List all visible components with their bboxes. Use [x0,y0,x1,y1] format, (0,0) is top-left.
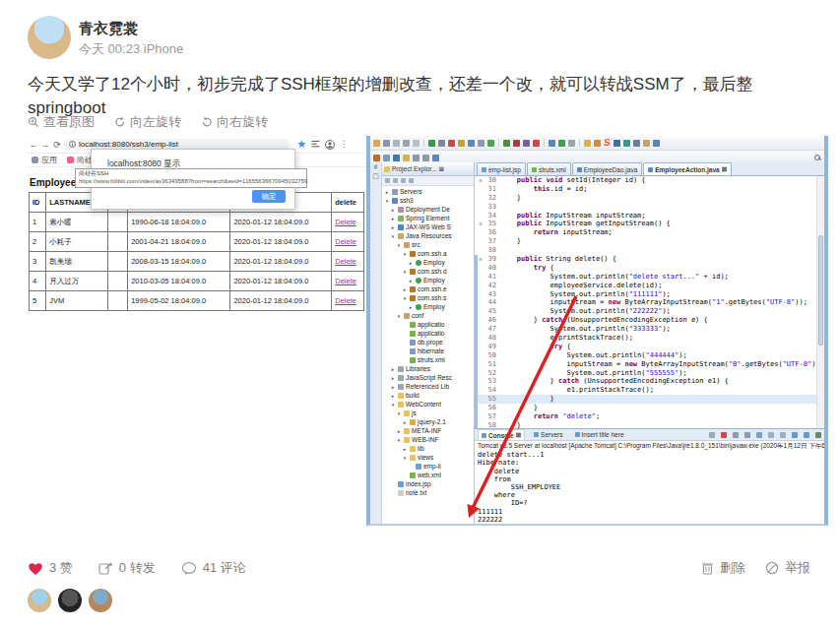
like-button[interactable]: 3 赞 [28,559,73,577]
tree-expander-icon[interactable]: ▸ [390,207,396,213]
next-annotation-icon[interactable] [413,155,420,161]
tree-expander-icon[interactable]: ▾ [402,295,408,301]
bookmark-item[interactable]: 应用 [32,155,57,165]
terminate-icon[interactable] [721,432,727,438]
prev-annotation-icon[interactable] [422,155,429,161]
save-icon[interactable] [383,140,390,147]
tree-expander-icon[interactable]: ▾ [396,313,402,319]
delete-row-link[interactable]: Delete [335,277,356,285]
coverage-icon[interactable] [513,140,520,147]
editor-tab-employeedao-java[interactable]: EmployeeDao.java [572,162,643,175]
link-editor-icon[interactable] [393,178,398,183]
reading-list-icon[interactable] [311,140,320,149]
tree-expander-icon[interactable]: ▾ [390,233,396,239]
tree-item-jax-ws-web-s[interactable]: ▸JAX-WS Web S [382,222,474,231]
tree-expander-icon[interactable]: ▸ [390,393,396,399]
tree-item-employ[interactable]: ▸Employ [382,276,474,284]
delete-row-link[interactable]: Delete [335,257,356,266]
code-line[interactable]: 46 } catch (UnsupportedEncodingException… [475,316,824,325]
author-avatar[interactable] [28,16,71,59]
tree-expander-icon[interactable]: ▾ [402,269,408,275]
code-line[interactable]: 45 System.out.println("222222"); [475,307,824,316]
word-wrap-icon[interactable] [780,432,786,438]
new-java-project-icon[interactable] [549,140,555,147]
tree-item-meta-inf[interactable]: ▸META-INF [382,426,474,435]
tree-item-employ[interactable]: ▸Employ [382,302,474,311]
tree-expander-icon[interactable]: ▾ [396,242,402,248]
stop-icon[interactable] [448,140,455,147]
new-class-icon[interactable] [558,140,565,147]
profile-icon[interactable] [325,140,335,150]
tree-item-employ[interactable]: ▸Employ [382,258,474,267]
view-original-button[interactable]: 查看原图 [28,113,95,131]
search-icon[interactable] [814,155,821,161]
chrome-menu-icon[interactable]: ⋮ [340,140,348,149]
tree-item-emp-li[interactable]: emp-li [382,462,474,471]
code-editor[interactable]: ⊕30 public void setId(Integer id) {31 th… [475,176,824,428]
filter-icon[interactable] [401,178,406,183]
dialog-ok-button[interactable]: 确定 [252,190,286,203]
code-line[interactable]: 41 System.out.println("delete start..." … [475,273,824,282]
debug-perspective-icon[interactable] [383,155,390,161]
bookmark-star-icon[interactable] [297,140,306,149]
save-all-icon[interactable] [393,140,400,147]
code-line[interactable]: 57 return "delete"; [475,412,824,421]
tree-expander-icon[interactable]: ▸ [396,428,402,434]
commenter-2-avatar[interactable] [58,589,82,612]
delete-row-link[interactable]: Delete [335,237,356,246]
tree-item-web-inf[interactable]: ▾WEB-INF [382,435,474,444]
tree-expander-icon[interactable]: ▸ [402,286,408,292]
compare-icon[interactable] [623,140,630,147]
tree-item-ssh3[interactable]: ▾ssh3 [382,196,474,205]
tree-expander-icon[interactable]: ▸ [390,366,396,372]
collapse-all-icon[interactable] [385,178,390,183]
code-line[interactable]: ⊕39 public String delete() { [475,255,824,264]
last-edit-icon[interactable] [432,155,439,161]
repost-button[interactable]: 0 转发 [98,559,156,577]
code-line[interactable]: 58 } [475,421,824,428]
close-icon[interactable]: ⊠ [439,165,444,173]
step-over-icon[interactable] [458,140,465,147]
reload-icon[interactable]: ⟳ [51,140,63,150]
editor-tab-struts-xml[interactable]: struts.xml [527,162,571,175]
code-line[interactable]: 56 } [475,404,824,412]
clear-console-icon[interactable] [756,432,762,438]
export-icon[interactable] [413,140,420,147]
code-line[interactable]: 33 [475,203,824,212]
view-menu-icon[interactable] [409,178,414,183]
tree-expander-icon[interactable]: ▸ [390,224,396,230]
debug-icon[interactable] [503,140,510,147]
web-services-icon[interactable] [594,140,601,147]
junit-icon[interactable] [533,140,540,147]
code-line[interactable]: ⊕30 public void setId(Integer id) { [475,176,824,185]
code-line[interactable]: 50 System.out.println("444444"); [475,351,824,360]
java-perspective-icon[interactable] [373,155,380,161]
editor-scrollbar[interactable] [816,176,824,428]
tree-expander-icon[interactable]: ▸ [408,304,414,310]
rotate-right-button[interactable]: 向右旋转 [201,113,268,131]
code-line[interactable]: 55 } [475,395,824,404]
tree-expander-icon[interactable]: ▸ [408,260,414,266]
print-icon[interactable] [403,140,410,147]
code-line[interactable]: 36 return inputStream; [475,228,824,237]
code-line[interactable]: 42 employeeService.delete(id); [475,282,824,290]
tree-item-com-ssh-d[interactable]: ▾com.ssh.d [382,267,474,276]
tree-expander-icon[interactable]: ▾ [402,251,408,257]
run-icon[interactable] [428,140,435,147]
tree-expander-icon[interactable]: ▾ [384,198,390,204]
tree-item-lib[interactable]: ▸lib [382,444,474,453]
tree-item-com-ssh-e[interactable]: ▸com.ssh.e [382,284,474,293]
code-line[interactable]: 51 inputStream = new ByteArrayInputStrea… [475,360,824,369]
comment-button[interactable]: 41 评论 [181,559,246,577]
code-line[interactable]: 54 e1.printStackTrace(); [475,386,824,395]
search-icon[interactable] [478,140,485,147]
code-line[interactable]: ⊕35 public InputStream getInputStream() … [475,220,824,228]
tree-item-hibernate[interactable]: hibernate [382,346,474,355]
code-line[interactable]: 53 } catch (UnsupportedEncodingException… [475,377,824,386]
history-icon[interactable] [633,140,640,147]
code-line[interactable]: 49 try { [475,343,824,351]
delete-post-button[interactable]: 删除 [701,559,745,577]
code-line[interactable]: 34 public InputStream inputStream; [475,212,824,220]
tree-item-servers[interactable]: ▸Servers [382,187,474,196]
rotate-left-button[interactable]: 向左旋转 [114,113,181,131]
